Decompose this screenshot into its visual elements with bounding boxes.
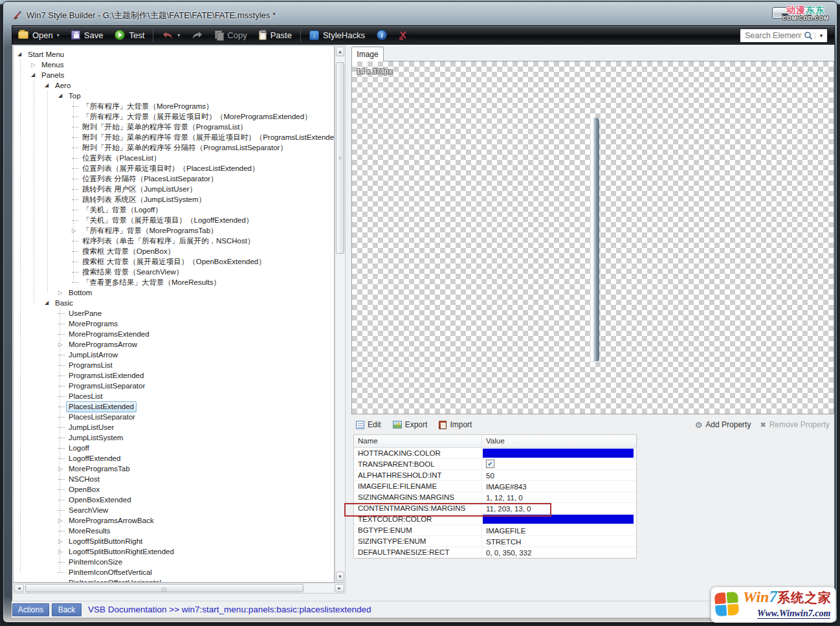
tree-item[interactable]: 位置列表 分隔符（PlacesListSeparator） — [14, 173, 334, 184]
add-property-button[interactable]: ⚙ Add Property — [691, 418, 756, 432]
tree-item[interactable]: OpenBoxExtended — [14, 495, 334, 505]
scroll-down-icon[interactable]: ▼ — [336, 572, 344, 581]
info-button[interactable]: i — [371, 27, 393, 43]
tree-item[interactable]: 跳转列表 用户区（JumpListUser） — [14, 184, 334, 194]
tree-item[interactable]: PinItemIconOffsetVertical — [14, 567, 334, 577]
tree-collapsed-toggle-icon[interactable]: ▷ — [58, 515, 67, 526]
tree-collapsed-toggle-icon[interactable]: ▷ — [58, 287, 67, 298]
table-row[interactable]: HOTTRACKING:COLOR — [354, 448, 636, 459]
tree-item[interactable]: PlacesListExtended — [14, 401, 334, 412]
tree-item[interactable]: 附到「开始」菜单的程序等 背景（展开最近项目时）（ProgramsListExt… — [14, 132, 334, 142]
tools-button[interactable] — [393, 27, 414, 43]
redo-button[interactable] — [186, 27, 209, 43]
tree-item[interactable]: MoreProgramsExtended — [14, 329, 334, 339]
tree-item[interactable]: 搜索框 大背景（展开最近项目）（OpenBoxExtended） — [14, 256, 334, 267]
tab-image[interactable]: Image — [351, 47, 384, 61]
open-dropdown-icon[interactable]: ▾ — [57, 32, 60, 38]
table-row[interactable]: ALPHATHRESHOLD:INT50 — [354, 470, 636, 481]
tree-item[interactable]: 搜索框 大背景（OpenBox） — [14, 246, 334, 256]
copy-button[interactable]: Copy — [209, 27, 252, 43]
tree-item[interactable]: ◢Start Menu — [14, 49, 334, 60]
edit-button[interactable]: Edit — [351, 418, 386, 432]
tree-item[interactable]: ◢Top — [14, 91, 334, 101]
tree-item[interactable]: 「所有程序」大背景（展开最近项目时）（MoreProgramsExtended） — [14, 111, 334, 122]
titlebar[interactable]: Win7 Style Builder - G:\主题制作\主题\FATE\FAT… — [12, 7, 834, 24]
tree-expanded-toggle-icon[interactable]: ◢ — [58, 91, 67, 101]
checkbox[interactable]: ✔ — [486, 460, 494, 468]
export-button[interactable]: Export — [388, 418, 432, 432]
paste-button[interactable]: Paste — [253, 27, 298, 43]
undo-button[interactable]: ▾ — [156, 27, 186, 43]
tree-item[interactable]: ▷LogoffSplitButtonRightExtended — [14, 546, 334, 557]
scrollbar-thumb[interactable]: ||| — [25, 584, 304, 592]
tree-item[interactable]: 「关机」背景（展开最近项目）（LogoffExtended） — [14, 215, 334, 225]
tree-item[interactable]: UserPane — [14, 308, 334, 319]
tree-item[interactable]: LogoffExtended — [14, 453, 334, 464]
preview-image[interactable] — [591, 117, 599, 361]
tree-item[interactable]: JumpListArrow — [14, 350, 334, 360]
undo-dropdown-icon[interactable]: ▾ — [177, 32, 180, 38]
tree-item[interactable]: MoreResults — [14, 526, 334, 536]
tree-vertical-scrollbar[interactable]: ▲ ≡ ▼ — [335, 45, 346, 583]
tree-item[interactable]: ▷Menus — [14, 60, 334, 70]
tree-item[interactable]: 「所有程序」大背景（MorePrograms） — [14, 101, 334, 111]
tree-item[interactable]: 附到「开始」菜单的程序等 分隔符（ProgramsListSeparator） — [14, 142, 334, 153]
tree-item[interactable]: Logoff — [14, 443, 334, 453]
tree-item[interactable]: ▷MoreProgramsTab — [14, 464, 334, 474]
tree-item[interactable]: ◢Aero — [14, 80, 334, 91]
tree-item[interactable]: 位置列表（PlacesList） — [14, 153, 334, 163]
tree-item[interactable]: MorePrograms — [14, 319, 334, 329]
search-dropdown-icon[interactable]: ▼ — [815, 33, 827, 39]
tree-item[interactable]: 程序列表（单击「所有程序」后展开的，NSCHost） — [14, 236, 334, 246]
tree-item[interactable]: ProgramsList — [14, 360, 334, 370]
tree-expanded-toggle-icon[interactable]: ◢ — [45, 80, 53, 91]
tree-item[interactable]: ◢Basic — [14, 298, 334, 308]
tree-item[interactable]: 搜索结果 背景（SearchView） — [14, 267, 334, 277]
tree-item[interactable]: PinItemIconSize — [14, 557, 334, 567]
tree-collapsed-toggle-icon[interactable]: ▷ — [58, 464, 67, 474]
column-header-value[interactable]: Value — [482, 435, 637, 447]
tree-expanded-toggle-icon[interactable]: ◢ — [45, 298, 53, 308]
tree-item[interactable]: ▷MoreProgramsArrowBack — [14, 515, 334, 526]
test-button[interactable]: Test — [109, 27, 150, 43]
tree-item[interactable]: ▷Bottom — [14, 287, 334, 298]
tree-collapsed-toggle-icon[interactable]: ▷ — [31, 60, 39, 70]
tree-item[interactable]: JumpListSystem — [14, 432, 334, 443]
tree-item[interactable]: PlacesList — [14, 391, 334, 401]
tree-item[interactable]: ▷LogoffSplitButtonRight — [14, 536, 334, 546]
table-row[interactable]: DEFAULTPANESIZE:RECT0, 0, 350, 332 — [354, 547, 636, 558]
tree-expanded-toggle-icon[interactable]: ◢ — [31, 70, 39, 80]
tree-item[interactable]: OpenBox — [14, 484, 334, 495]
search-input[interactable] — [740, 31, 804, 40]
tree-item[interactable]: 「查看更多结果」大背景（MoreResults） — [14, 277, 334, 287]
color-swatch[interactable] — [483, 449, 634, 458]
tree-item[interactable]: PinItemIconOffsetHorizontal — [14, 577, 334, 583]
scroll-left-icon[interactable]: ◄ — [14, 584, 24, 592]
import-button[interactable]: Import — [434, 418, 476, 432]
tree-item[interactable]: ▷MoreProgramsArrow — [14, 339, 334, 350]
tree-item[interactable]: JumpListUser — [14, 422, 334, 432]
tree-collapsed-toggle-icon[interactable]: ▷ — [58, 546, 67, 557]
save-button[interactable]: Save — [65, 27, 109, 43]
tree-expanded-toggle-icon[interactable]: ◢ — [17, 49, 26, 60]
remove-property-button[interactable]: ✖ Remove Property — [755, 418, 834, 432]
table-row[interactable]: TRANSPARENT:BOOL✔ — [354, 459, 636, 470]
scroll-up-icon[interactable]: ▲ — [336, 47, 344, 56]
open-button[interactable]: Open ▾ — [12, 27, 65, 43]
tree-item[interactable]: 跳转列表 系统区（JumpListSystem） — [14, 194, 334, 205]
table-row[interactable]: SIZINGTYPE:ENUMSTRETCH — [354, 536, 636, 547]
column-header-name[interactable]: Name — [354, 435, 482, 447]
actions-button[interactable]: Actions — [12, 603, 49, 616]
table-row[interactable]: IMAGEFILE:FILENAMEIMAGE#843 — [354, 481, 636, 492]
tree-item[interactable]: ProgramsListExtended — [14, 370, 334, 381]
tree-collapsed-toggle-icon[interactable]: ▷ — [58, 339, 67, 350]
search-box[interactable]: ▼ — [740, 28, 828, 43]
documentation-path[interactable]: VSB Documentation >> win7:start_menu:pan… — [88, 605, 371, 614]
tree-item[interactable]: ProgramsListSeparator — [14, 381, 334, 391]
tree-item[interactable]: ▷「所有程序」背景（MoreProgramsTab） — [14, 225, 334, 236]
tree-item[interactable]: SearchView — [14, 505, 334, 515]
back-button[interactable]: Back — [52, 603, 82, 616]
tree-item[interactable]: NSCHost — [14, 474, 334, 484]
tree-item[interactable]: ◢Panels — [14, 70, 334, 80]
tree-collapsed-toggle-icon[interactable]: ▷ — [58, 536, 67, 546]
